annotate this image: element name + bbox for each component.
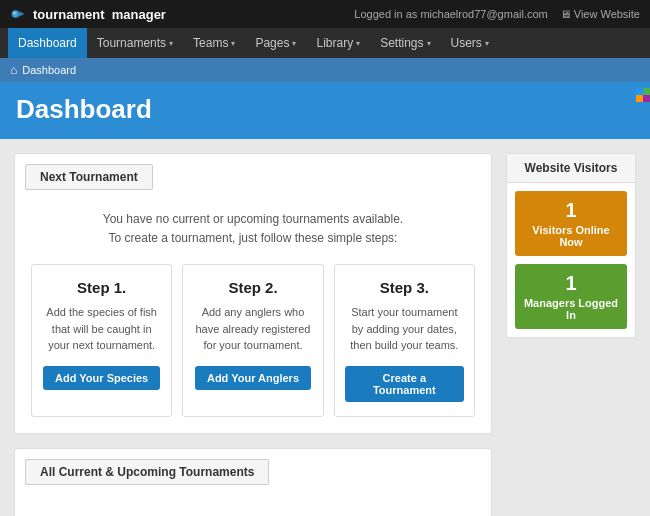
next-tournament-card: Next Tournament You have no current or u… — [14, 153, 492, 434]
svg-point-0 — [12, 10, 19, 17]
step-1-desc: Add the species of fish that will be cau… — [42, 304, 161, 354]
chevron-down-icon: ▾ — [292, 39, 296, 48]
logo-light: tournament — [33, 7, 105, 22]
step-3-box: Step 3. Start your tournament by adding … — [334, 264, 475, 417]
add-species-button[interactable]: Add Your Species — [43, 366, 160, 390]
breadcrumb-dashboard[interactable]: Dashboard — [22, 64, 76, 76]
sidebar: Website Visitors 1 Visitors Online Now 1… — [506, 153, 636, 338]
step-2-box: Step 2. Add any anglers who have already… — [182, 264, 323, 417]
logo-text: tournament manager — [33, 7, 166, 22]
view-website-link[interactable]: 🖥 View Website — [560, 8, 640, 20]
add-anglers-button[interactable]: Add Your Anglers — [195, 366, 311, 390]
chevron-down-icon: ▾ — [485, 39, 489, 48]
all-tournaments-card-body: There are currently no Tournaments to di… — [15, 495, 491, 516]
color-block-decoration — [636, 88, 650, 102]
logo-area: tournament manager — [10, 5, 166, 23]
logo-bold: manager — [112, 7, 166, 22]
logo-icon — [10, 5, 28, 23]
content-area: Next Tournament You have no current or u… — [0, 139, 650, 516]
chevron-down-icon: ▾ — [427, 39, 431, 48]
managers-logged-in-stat: 1 Managers Logged In — [515, 264, 627, 329]
visitors-online-label: Visitors Online Now — [532, 224, 609, 248]
all-tournaments-card-header: All Current & Upcoming Tournaments — [25, 459, 269, 485]
visitors-online-stat: 1 Visitors Online Now — [515, 191, 627, 256]
visitors-online-number: 1 — [521, 199, 621, 222]
no-tournaments-message: You have no current or upcoming tourname… — [31, 210, 475, 248]
chevron-down-icon: ▾ — [231, 39, 235, 48]
step-2-desc: Add any anglers who have already registe… — [193, 304, 312, 354]
step-3-title: Step 3. — [345, 279, 464, 296]
top-bar: tournament manager Logged in as michaelr… — [0, 0, 650, 28]
create-tournament-button[interactable]: Create a Tournament — [345, 366, 464, 402]
step-1-title: Step 1. — [42, 279, 161, 296]
step-1-box: Step 1. Add the species of fish that wil… — [31, 264, 172, 417]
steps-row: Step 1. Add the species of fish that wil… — [31, 264, 475, 417]
logged-in-text: Logged in as michaelrod77@gmail.com — [354, 8, 547, 20]
next-tournament-card-header: Next Tournament — [25, 164, 153, 190]
nav-item-users[interactable]: Users ▾ — [441, 28, 499, 58]
breadcrumb-bar: ⌂ Dashboard — [0, 58, 650, 82]
page-title: Dashboard — [16, 94, 634, 125]
svg-point-2 — [14, 12, 16, 14]
managers-logged-in-label: Managers Logged In — [524, 297, 618, 321]
main-column: Next Tournament You have no current or u… — [14, 153, 492, 516]
next-tournament-card-body: You have no current or upcoming tourname… — [15, 200, 491, 433]
home-icon: ⌂ — [10, 63, 17, 77]
step-3-desc: Start your tournament by adding your dat… — [345, 304, 464, 354]
sidebar-stats: 1 Visitors Online Now 1 Managers Logged … — [507, 183, 635, 337]
managers-logged-in-number: 1 — [521, 272, 621, 295]
nav-item-settings[interactable]: Settings ▾ — [370, 28, 440, 58]
nav-item-tournaments[interactable]: Tournaments ▾ — [87, 28, 183, 58]
website-visitors-card: Website Visitors 1 Visitors Online Now 1… — [506, 153, 636, 338]
nav-item-pages[interactable]: Pages ▾ — [245, 28, 306, 58]
all-tournaments-card: All Current & Upcoming Tournaments There… — [14, 448, 492, 516]
monitor-icon: 🖥 — [560, 8, 571, 20]
main-navigation: Dashboard Tournaments ▾ Teams ▾ Pages ▾ … — [0, 28, 650, 58]
nav-item-teams[interactable]: Teams ▾ — [183, 28, 245, 58]
svg-marker-1 — [19, 11, 24, 16]
nav-item-library[interactable]: Library ▾ — [306, 28, 370, 58]
website-visitors-header: Website Visitors — [507, 154, 635, 183]
chevron-down-icon: ▾ — [169, 39, 173, 48]
nav-item-dashboard[interactable]: Dashboard — [8, 28, 87, 58]
top-right-bar: Logged in as michaelrod77@gmail.com 🖥 Vi… — [354, 8, 640, 20]
chevron-down-icon: ▾ — [356, 39, 360, 48]
step-2-title: Step 2. — [193, 279, 312, 296]
page-header: Dashboard — [0, 82, 650, 139]
